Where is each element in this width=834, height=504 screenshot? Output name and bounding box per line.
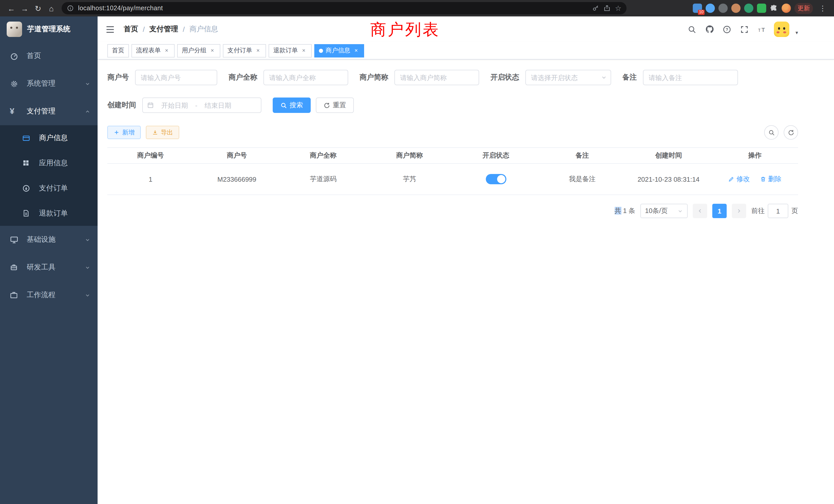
svg-text:?: ? [726,27,728,31]
status-select[interactable] [525,70,611,85]
browser-forward-button[interactable]: → [19,2,31,14]
tab-pay-order[interactable]: 支付订单 × [223,44,266,57]
field-label: 备注 [622,73,637,82]
date-separator: - [195,101,197,109]
browser-back-button[interactable]: ← [5,2,18,14]
remark-input[interactable] [643,70,738,85]
annotation-merchant-list: 商户列表 [370,19,440,41]
short-name-input[interactable] [394,70,479,85]
sidebar-item-refund-order[interactable]: 退款订单 [0,201,97,226]
table-toolbar: 新增 导出 [107,125,798,140]
tab-merchant-info[interactable]: 商户信息 × [314,44,364,57]
next-page-button[interactable] [732,204,746,218]
filter-merchant-no: 商户号 [107,70,217,85]
sidebar-item-merchant-info[interactable]: 商户信息 [0,125,97,151]
sidebar-item-label: 基础设施 [27,235,56,244]
export-button[interactable]: 导出 [146,126,179,139]
edit-button[interactable]: 修改 [728,175,750,184]
close-icon[interactable]: × [353,47,359,54]
tab-label: 用户分组 [182,46,206,55]
page-number-button[interactable]: 1 [712,204,727,218]
tags-view-bar: 首页 流程表单 × 用户分组 × 支付订单 × 退款订单 × [97,42,834,60]
sidebar-item-infrastructure[interactable]: 基础设施 [0,226,97,254]
sidebar-item-home[interactable]: 首页 [0,42,97,70]
close-icon[interactable]: × [209,47,216,54]
sidebar-item-app-info[interactable]: 应用信息 [0,151,97,176]
extensions-puzzle-icon[interactable] [770,4,778,12]
add-button[interactable]: 新增 [107,126,141,139]
bookmark-star-icon[interactable]: ☆ [615,4,621,12]
github-icon[interactable] [704,22,716,37]
page-size-select[interactable]: 10条/页 [640,204,688,218]
monitor-icon [10,235,22,244]
start-date-input[interactable] [156,101,193,109]
password-key-icon[interactable] [592,5,599,12]
extension-icon[interactable] [757,4,766,13]
breadcrumb-payment[interactable]: 支付管理 [150,25,178,34]
share-icon[interactable] [604,5,611,12]
toggle-search-icon-button[interactable] [764,125,778,140]
document-icon [22,209,35,217]
end-date-input[interactable] [199,101,237,109]
app-logo[interactable]: 芋道管理系统 [0,17,97,42]
browser-update-button[interactable]: 更新 [794,3,813,14]
prev-page-button[interactable] [693,204,707,218]
close-icon[interactable]: × [255,47,261,54]
status-toggle[interactable] [486,174,506,184]
tab-label: 流程表单 [136,46,161,55]
field-label: 商户全称 [228,73,257,82]
close-icon[interactable]: × [301,47,307,54]
tab-home[interactable]: 首页 [107,44,129,57]
extension-icon[interactable] [719,4,728,13]
sidebar-toggle-icon[interactable] [105,24,115,34]
search-button[interactable]: 搜索 [273,97,311,113]
goto-page-input[interactable] [768,204,788,218]
extension-icon[interactable] [731,4,741,13]
browser-profile-avatar[interactable] [782,4,791,13]
field-label: 商户号 [107,73,129,82]
extension-icon[interactable] [706,4,715,13]
browser-refresh-button[interactable]: ↻ [32,2,44,14]
avatar-caret-icon[interactable]: ▾ [795,30,798,36]
search-icon[interactable] [687,22,698,37]
browser-home-button[interactable]: ⌂ [45,2,58,14]
sidebar-item-payment[interactable]: ¥ 支付管理 [0,97,97,125]
fullscreen-icon[interactable] [739,22,750,37]
user-avatar[interactable] [774,22,789,37]
help-icon[interactable]: ? [722,22,733,37]
browser-menu-icon[interactable]: ⋮ [816,2,829,14]
browser-address-bar[interactable]: localhost:1024/pay/merchant ☆ [62,2,627,14]
tab-refund-order[interactable]: 退款订单 × [269,44,312,57]
yen-icon: ¥ [10,107,22,115]
delete-button[interactable]: 删除 [760,175,782,184]
sidebar-item-system[interactable]: 系统管理 [0,70,97,97]
sidebar-item-dev-tools[interactable]: 研发工具 [0,254,97,281]
url-text[interactable]: localhost:1024/pay/merchant [78,5,588,12]
tab-process-form[interactable]: 流程表单 × [131,44,175,57]
close-glyph: × [165,48,169,53]
extension-icon[interactable] [744,4,753,13]
table-row[interactable]: 1 M233666999 芋道源码 芋艿 我是备注 2021-10-23 08:… [107,163,798,195]
full-name-input[interactable] [263,70,348,85]
sidebar-item-pay-order[interactable]: 支付订单 [0,176,97,201]
col-header-remark: 备注 [539,147,625,163]
site-info-icon[interactable] [67,5,74,12]
chevron-down-icon [85,265,90,270]
app-title: 芋道管理系统 [27,25,70,34]
status-select-input[interactable] [525,70,611,85]
sidebar-item-label: 系统管理 [27,79,56,88]
extension-icon[interactable]: 10 [693,4,702,13]
sidebar-item-workflow[interactable]: 工作流程 [0,281,97,309]
breadcrumb-home[interactable]: 首页 [124,25,138,34]
reset-button[interactable]: 重置 [316,97,354,113]
refresh-table-icon-button[interactable] [784,125,798,140]
merchant-no-input[interactable] [135,70,217,85]
tab-user-group[interactable]: 用户分组 × [177,44,220,57]
font-size-icon[interactable]: TT [756,22,768,37]
extension-badge: 10 [698,10,705,15]
create-time-range-picker[interactable]: - [142,97,261,113]
close-icon[interactable]: × [163,47,170,54]
yen-glyph: ¥ [10,107,14,115]
sidebar-item-label: 退款订单 [39,209,68,218]
sidebar-item-label: 首页 [27,51,41,61]
